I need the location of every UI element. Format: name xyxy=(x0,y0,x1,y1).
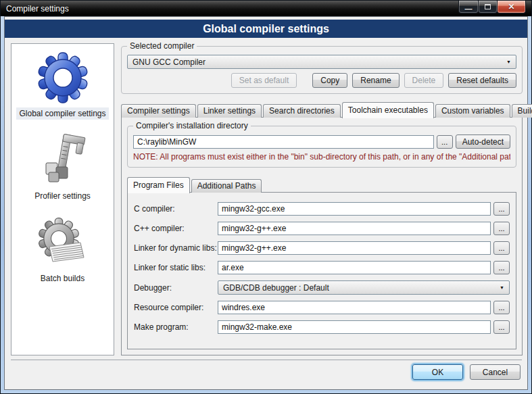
debugger-select[interactable]: GDB/CDB debugger : Default ▼ xyxy=(218,280,510,295)
window-frame: Global compiler settings xyxy=(1,16,531,393)
settings-category-sidebar: Global compiler settings xyxy=(11,43,114,355)
linker-dynamic-browse-button[interactable]: ... xyxy=(493,241,510,255)
minimize-button[interactable]: — xyxy=(458,1,479,14)
maximize-icon xyxy=(485,4,491,9)
resource-compiler-browse-button[interactable]: ... xyxy=(493,301,510,314)
cpp-compiler-browse-button[interactable]: ... xyxy=(493,222,510,235)
subtab-additional-paths[interactable]: Additional Paths xyxy=(191,179,262,193)
subtab-program-files[interactable]: Program Files xyxy=(127,177,190,193)
minimize-icon: — xyxy=(465,5,473,13)
rename-button[interactable]: Rename xyxy=(352,73,399,88)
c-compiler-input[interactable] xyxy=(218,202,491,216)
field-label: Make program: xyxy=(134,322,218,332)
linker-static-input[interactable] xyxy=(218,261,491,274)
field-row-c-compiler: C compiler: ... xyxy=(134,202,510,216)
compiler-select[interactable]: GNU GCC Compiler ▼ xyxy=(127,55,516,69)
install-dir-browse-button[interactable]: ... xyxy=(437,135,453,149)
program-files-page: C compiler: ... C++ compiler: ... Linker xyxy=(127,192,516,349)
caption-buttons: — ✕ xyxy=(459,1,526,14)
tab-compiler-settings[interactable]: Compiler settings xyxy=(121,104,196,118)
blue-gear-icon xyxy=(36,49,90,105)
sidebar-item-label: Profiler settings xyxy=(32,190,93,202)
sidebar-item-label: Global compiler settings xyxy=(16,107,108,120)
field-label: Debugger: xyxy=(134,283,218,293)
install-dir-input[interactable] xyxy=(133,135,434,149)
page-title: Global compiler settings xyxy=(5,20,527,38)
field-row-linker-static: Linker for static libs: ... xyxy=(134,261,510,274)
dialog: Global compiler settings xyxy=(4,16,528,390)
field-label: C++ compiler: xyxy=(134,224,218,233)
caliper-icon xyxy=(35,132,89,187)
debugger-select-value: GDB/CDB debugger : Default xyxy=(223,283,329,293)
gray-gear-stack-icon xyxy=(36,214,90,270)
tab-toolchain-executables[interactable]: Toolchain executables xyxy=(342,102,434,118)
install-dir-group-label: Compiler's installation directory xyxy=(133,121,251,130)
set-as-default-button[interactable]: Set as default xyxy=(231,73,297,88)
field-label: Linker for static libs: xyxy=(134,263,218,272)
field-label: C compiler: xyxy=(134,204,218,214)
compiler-settings-window: Compiler settings — ✕ Global compiler se… xyxy=(0,0,532,394)
delete-button[interactable]: Delete xyxy=(404,73,444,88)
cancel-button[interactable]: Cancel xyxy=(470,364,521,380)
ok-button[interactable]: OK xyxy=(412,364,463,380)
window-title: Compiler settings xyxy=(6,4,69,14)
field-row-debugger: Debugger: GDB/CDB debugger : Default ▼ xyxy=(134,280,510,295)
install-dir-group: Compiler's installation directory ... Au… xyxy=(127,126,516,168)
tab-build-options[interactable]: Build options xyxy=(512,104,532,118)
resource-compiler-input[interactable] xyxy=(218,301,491,314)
tab-custom-variables[interactable]: Custom variables xyxy=(435,104,510,118)
copy-button[interactable]: Copy xyxy=(312,73,347,88)
toolchain-executables-page: Compiler's installation directory ... Au… xyxy=(121,117,523,355)
compiler-actions: Set as default Copy Rename Delete Reset … xyxy=(127,73,516,88)
field-row-resource-compiler: Resource compiler: ... xyxy=(134,301,510,314)
linker-static-browse-button[interactable]: ... xyxy=(493,261,510,274)
settings-tabstrip: Compiler settings Linker settings Search… xyxy=(121,102,523,118)
sidebar-item-profiler-settings[interactable]: Profiler settings xyxy=(32,132,93,202)
maximize-button[interactable] xyxy=(478,1,498,14)
compiler-select-value: GNU GCC Compiler xyxy=(132,57,205,67)
reset-defaults-button[interactable]: Reset defaults xyxy=(448,73,516,88)
sidebar-item-global-compiler-settings[interactable]: Global compiler settings xyxy=(16,49,108,120)
field-row-make-program: Make program: ... xyxy=(134,320,510,334)
selected-compiler-group-label: Selected compiler xyxy=(127,41,197,51)
tab-search-directories[interactable]: Search directories xyxy=(263,104,341,118)
field-row-linker-dynamic: Linker for dynamic libs: ... xyxy=(134,241,510,255)
close-icon: ✕ xyxy=(508,2,514,11)
install-dir-note: NOTE: All programs must exist either in … xyxy=(133,152,510,162)
linker-dynamic-input[interactable] xyxy=(218,241,491,255)
field-label: Resource compiler: xyxy=(134,303,218,312)
chevron-down-icon: ▼ xyxy=(506,59,511,64)
field-label: Linker for dynamic libs: xyxy=(134,243,218,253)
main-panel: Selected compiler GNU GCC Compiler ▼ Set… xyxy=(121,43,523,355)
close-button[interactable]: ✕ xyxy=(497,1,526,14)
cpp-compiler-input[interactable] xyxy=(218,222,491,235)
dialog-footer: OK Cancel xyxy=(11,360,522,389)
titlebar[interactable]: Compiler settings — ✕ xyxy=(1,1,531,16)
make-program-input[interactable] xyxy=(218,320,491,334)
sidebar-item-label: Batch builds xyxy=(38,272,87,285)
c-compiler-browse-button[interactable]: ... xyxy=(493,202,510,216)
sidebar-item-batch-builds[interactable]: Batch builds xyxy=(36,214,90,285)
auto-detect-button[interactable]: Auto-detect xyxy=(456,134,510,149)
selected-compiler-group: Selected compiler GNU GCC Compiler ▼ Set… xyxy=(121,46,523,94)
paths-subtabstrip: Program Files Additional Paths xyxy=(127,177,516,193)
field-row-cpp-compiler: C++ compiler: ... xyxy=(134,222,510,235)
tab-linker-settings[interactable]: Linker settings xyxy=(197,104,262,118)
chevron-down-icon: ▼ xyxy=(500,285,504,290)
make-program-browse-button[interactable]: ... xyxy=(493,320,510,334)
dialog-body: Global compiler settings xyxy=(5,38,527,355)
